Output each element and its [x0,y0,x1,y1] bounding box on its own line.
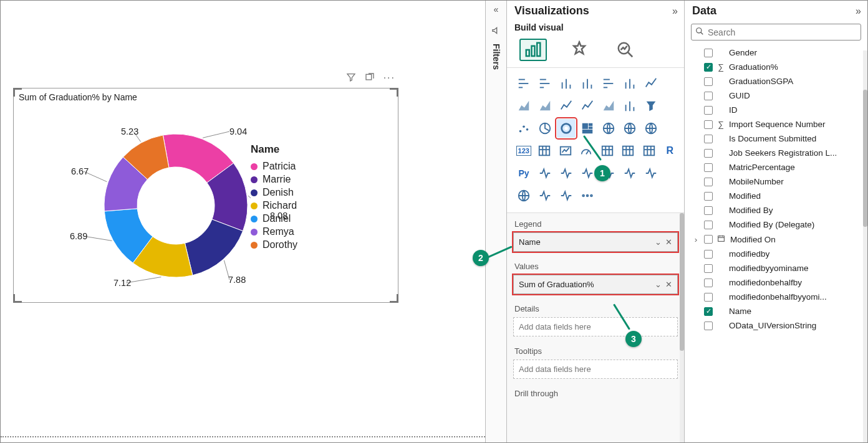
field-checkbox[interactable]: ✓ [704,63,713,72]
treemap-icon[interactable] [578,119,597,138]
format-visual-tab[interactable] [566,39,593,61]
field-row[interactable]: Job Seekers Registration L... [688,146,865,160]
paginated-icon[interactable] [642,164,660,183]
field-checkbox[interactable] [704,206,713,215]
r-visual-icon[interactable]: R [661,141,680,160]
area-chart-icon[interactable] [514,97,533,115]
expand-filters-icon[interactable]: « [494,4,499,14]
field-checkbox[interactable] [704,279,713,287]
donut-chart-visual[interactable]: ··· Sum of Graduation% by Name 9.04 8.08… [13,88,398,303]
field-checkbox[interactable] [704,235,713,244]
map-icon[interactable] [599,119,618,138]
legend-well[interactable]: Name ⌄✕ [513,232,678,252]
field-checkbox[interactable] [704,250,713,259]
field-row[interactable]: GUID [688,88,865,103]
field-row[interactable]: modifiedbyyominame [688,261,865,275]
field-row[interactable]: OData_UIVersionString [688,318,865,333]
field-checkbox[interactable] [704,106,713,115]
field-row[interactable]: Modified By (Delegate) [688,217,865,232]
kpi-icon[interactable] [556,141,575,160]
scrollbar[interactable] [680,213,684,442]
filled-map-icon[interactable] [620,119,639,138]
pie-icon[interactable] [536,119,554,138]
table-icon[interactable] [619,141,638,160]
legend-item[interactable]: Marrie [251,174,398,185]
legend-item[interactable]: Denish [251,187,398,198]
field-row[interactable]: MatricPercentage [688,160,865,174]
python-icon[interactable]: Py [514,164,533,183]
clustered-bar-icon[interactable] [536,74,554,93]
chevron-down-icon[interactable]: ⌄ [655,280,662,289]
legend-item[interactable]: Remya [251,226,398,237]
more-options-icon[interactable]: ··· [383,72,395,85]
funnel-icon[interactable] [642,97,660,115]
clustered-column-icon[interactable] [578,74,597,93]
field-checkbox[interactable] [704,192,713,201]
slicer-icon[interactable] [598,141,617,160]
field-row[interactable]: modifiedonbehalfbyyomi... [688,290,865,304]
100-bar-icon[interactable] [599,74,618,93]
field-checkbox[interactable] [704,135,713,143]
field-row[interactable]: Is Document Submitted [688,131,865,146]
search-input[interactable] [708,27,857,37]
multi-card-icon[interactable] [536,141,554,160]
field-checkbox[interactable] [704,149,713,158]
field-row[interactable]: ✓∑Graduation% [688,60,865,74]
analytics-tab[interactable] [612,39,639,61]
field-row[interactable]: ∑Import Sequence Number [688,117,865,131]
build-visual-tab[interactable] [519,39,547,61]
line-column2-icon[interactable] [578,97,597,115]
field-row[interactable]: Modified [688,189,865,203]
legend-item[interactable]: Richard [251,200,398,211]
expand-icon[interactable]: › [692,235,700,244]
collapse-data-icon[interactable]: » [856,6,861,17]
field-row[interactable]: modifiedonbehalfby [688,275,865,290]
azure-map-icon[interactable] [642,119,660,138]
scrollbar[interactable] [863,50,867,442]
arcgis-icon[interactable] [514,186,533,205]
field-checkbox[interactable] [704,221,713,229]
legend-item[interactable]: Dorothy [251,239,398,250]
field-checkbox[interactable] [704,264,713,273]
collapse-viz-icon[interactable]: » [672,6,678,17]
donut-icon[interactable] [557,119,576,138]
remove-field-icon[interactable]: ✕ [665,237,672,247]
stacked-column-icon[interactable] [557,74,576,93]
field-checkbox[interactable] [704,178,713,186]
report-canvas[interactable]: ··· Sum of Graduation% by Name 9.04 8.08… [1,1,485,442]
key-influencers-icon[interactable] [536,164,554,183]
filters-pane-collapsed[interactable]: « Filters [485,1,507,442]
search-input-wrapper[interactable] [691,24,861,40]
page-navigation[interactable] [1,436,485,437]
field-row[interactable]: Gender [688,45,865,60]
field-row[interactable]: ›Modified On [688,232,865,247]
matrix-icon[interactable] [640,141,658,160]
chevron-down-icon[interactable]: ⌄ [655,237,662,247]
details-well[interactable]: Add data fields here [513,317,678,336]
remove-field-icon[interactable]: ✕ [665,280,672,289]
filter-icon[interactable] [346,72,356,85]
field-row[interactable]: modifiedby [688,247,865,261]
100-column-icon[interactable] [620,74,639,93]
stacked-area-icon[interactable] [536,97,554,115]
field-checkbox[interactable] [704,322,713,330]
field-checkbox[interactable] [704,77,713,86]
field-row[interactable]: Modified By [688,203,865,217]
field-row[interactable]: GraduationSGPA [688,74,865,88]
get-more-icon[interactable] [578,186,597,205]
field-row[interactable]: ✓Name [688,304,865,318]
line-column-icon[interactable] [557,97,576,115]
field-row[interactable]: MobileNumber [688,174,865,189]
automate-icon[interactable] [557,186,576,205]
focus-mode-icon[interactable] [365,72,375,85]
field-checkbox[interactable] [704,49,713,57]
goals-icon[interactable] [620,164,639,183]
field-checkbox[interactable] [704,120,713,129]
field-checkbox[interactable] [704,92,713,100]
decomposition-icon[interactable] [557,164,576,183]
field-row[interactable]: ID [688,103,865,117]
stacked-bar-icon[interactable] [514,74,533,93]
waterfall-icon[interactable] [620,97,639,115]
field-checkbox[interactable]: ✓ [704,307,713,316]
line-chart-icon[interactable] [642,74,660,93]
